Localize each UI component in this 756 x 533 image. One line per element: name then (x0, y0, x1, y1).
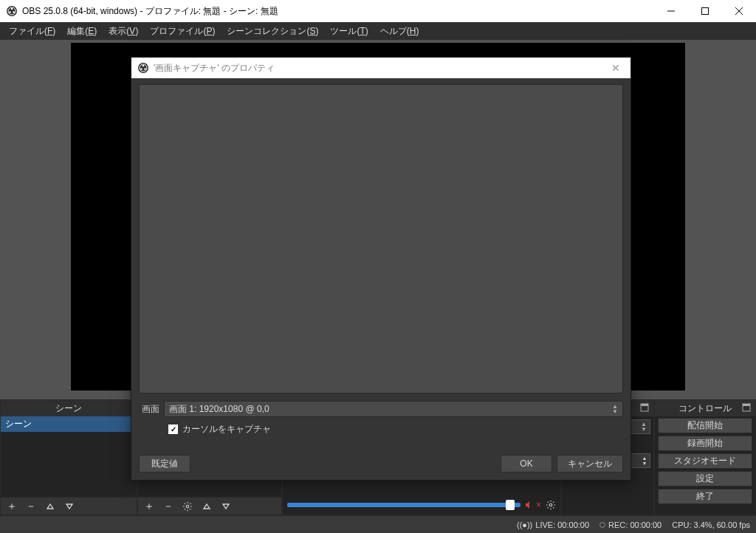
source-settings-button[interactable] (179, 499, 196, 514)
controls-body: 配信開始 録画開始 スタジオモード 設定 終了 (655, 416, 755, 515)
broadcast-icon: ((●)) (517, 520, 532, 529)
svg-point-9 (186, 505, 189, 508)
menu-help[interactable]: ヘルプ(H) (374, 24, 425, 39)
dock-scenes-title: シーン (55, 402, 82, 415)
dialog-title: '画面キャプチャ' のプロパティ (154, 62, 601, 75)
svg-point-4 (13, 11, 15, 13)
dock-scenes-header: シーン (1, 400, 137, 416)
source-down-button[interactable] (218, 499, 234, 514)
record-dot-icon (599, 522, 605, 528)
status-cpu: CPU: 3.4%, 60.00 fps (672, 520, 750, 529)
mute-button[interactable]: × (525, 500, 541, 510)
sources-toolbar: ＋ － (138, 497, 281, 515)
start-stream-button[interactable]: 配信開始 (658, 418, 752, 433)
scene-item[interactable]: シーン (1, 416, 137, 432)
dialog-footer: 既定値 OK キャンセル (131, 447, 630, 480)
dock-popout-icon[interactable] (640, 403, 650, 413)
settings-button[interactable]: 設定 (658, 471, 752, 486)
screen-select-value: 画面 1: 1920x1080 @ 0,0 (169, 403, 612, 416)
menu-profile[interactable]: プロファイル(P) (144, 24, 221, 39)
select-arrows-icon: ▲▼ (612, 404, 618, 414)
svg-point-19 (140, 68, 142, 70)
start-record-button[interactable]: 録画開始 (658, 436, 752, 451)
dialog-titlebar[interactable]: '画面キャプチャ' のプロパティ ✕ (131, 58, 630, 78)
mixer-channel: × (287, 497, 556, 513)
source-up-button[interactable] (199, 499, 215, 514)
window-minimize-button[interactable] (654, 0, 688, 22)
window-titlebar: OBS 25.0.8 (64-bit, windows) - プロファイル: 無… (0, 0, 756, 22)
statusbar: ((●))LIVE: 00:00:00 REC: 00:00:00 CPU: 3… (0, 515, 756, 533)
scenes-list[interactable]: シーン (1, 416, 137, 497)
scene-remove-button[interactable]: － (23, 499, 39, 514)
cursor-checkbox[interactable]: ✓ (168, 424, 178, 434)
window-title: OBS 25.0.8 (64-bit, windows) - プロファイル: 無… (22, 5, 654, 18)
cancel-button[interactable]: キャンセル (557, 455, 623, 472)
svg-point-3 (9, 11, 11, 13)
dialog-close-button[interactable]: ✕ (601, 58, 630, 78)
window-maximize-button[interactable] (688, 0, 722, 22)
source-add-button[interactable]: ＋ (141, 499, 157, 514)
screen-select[interactable]: 画面 1: 1920x1080 @ 0,0 ▲▼ (164, 401, 623, 417)
dock-controls-header: コントロール (655, 400, 755, 416)
volume-thumb[interactable] (506, 500, 515, 510)
exit-button[interactable]: 終了 (658, 489, 752, 504)
obs-dialog-icon (137, 62, 149, 74)
svg-point-10 (549, 503, 552, 506)
spinner-arrows-icon[interactable]: ▲▼ (639, 455, 650, 466)
source-remove-button[interactable]: － (160, 499, 176, 514)
menubar: ファイル(F) 編集(E) 表示(V) プロファイル(P) シーンコレクション(… (0, 22, 756, 40)
obs-app-icon (6, 5, 18, 17)
scene-down-button[interactable] (61, 499, 78, 514)
svg-rect-12 (641, 404, 648, 406)
svg-rect-6 (702, 8, 709, 15)
dock-popout-icon[interactable] (742, 403, 752, 413)
status-rec: REC: 00:00:00 (599, 520, 662, 529)
scene-up-button[interactable] (42, 499, 58, 514)
menu-tools[interactable]: ツール(T) (324, 24, 374, 39)
cursor-row: ✓ カーソルをキャプチャ (139, 423, 623, 436)
menu-file[interactable]: ファイル(F) (3, 24, 61, 39)
svg-point-20 (144, 68, 146, 70)
volume-slider[interactable] (287, 503, 520, 507)
ok-button[interactable]: OK (501, 455, 552, 472)
svg-point-2 (11, 8, 13, 10)
svg-rect-15 (743, 404, 750, 406)
dialog-body: 画面 画面 1: 1920x1080 @ 0,0 ▲▼ ✓ カーソルをキャプチャ (131, 78, 630, 447)
dock-controls-title: コントロール (678, 402, 732, 415)
screen-label: 画面 (139, 403, 164, 416)
properties-dialog: '画面キャプチャ' のプロパティ ✕ 画面 画面 1: 1920x1080 @ … (131, 57, 631, 481)
window-close-button[interactable] (722, 0, 756, 22)
scene-add-button[interactable]: ＋ (4, 499, 20, 514)
dock-controls: コントロール 配信開始 録画開始 スタジオモード 設定 終了 (654, 399, 756, 515)
dialog-preview (139, 84, 623, 393)
svg-point-18 (142, 65, 145, 67)
menu-edit[interactable]: 編集(E) (61, 24, 103, 39)
cursor-label: カーソルをキャプチャ (182, 423, 271, 436)
status-live: ((●))LIVE: 00:00:00 (517, 520, 589, 529)
dock-scenes: シーン シーン ＋ － (0, 399, 137, 515)
menu-scene-collection[interactable]: シーンコレクション(S) (221, 24, 324, 39)
channel-settings-button[interactable] (546, 500, 556, 510)
defaults-button[interactable]: 既定値 (139, 455, 190, 472)
screen-row: 画面 画面 1: 1920x1080 @ 0,0 ▲▼ (139, 401, 623, 417)
scenes-toolbar: ＋ － (1, 497, 137, 515)
menu-view[interactable]: 表示(V) (103, 24, 144, 39)
studio-mode-button[interactable]: スタジオモード (658, 453, 752, 469)
